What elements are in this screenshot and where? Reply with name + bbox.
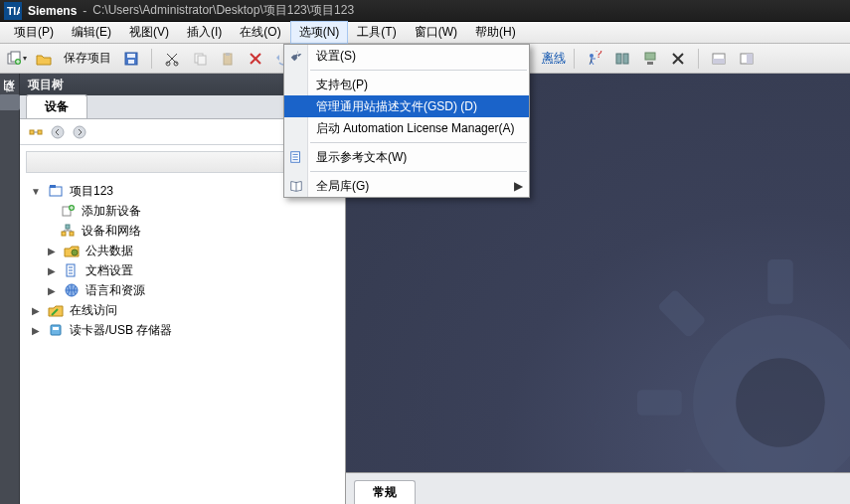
menu-tools[interactable]: 工具(T) bbox=[349, 22, 404, 43]
expand-toggle-icon[interactable]: ▼ bbox=[30, 186, 42, 197]
expand-toggle-icon[interactable]: ▶ bbox=[46, 246, 58, 256]
menu-item-start-alm[interactable]: 启动 Automation License Manager(A) bbox=[284, 117, 529, 139]
toolbar-separator bbox=[698, 49, 699, 69]
tab-devices[interactable]: 设备 bbox=[26, 94, 87, 118]
app-icon: TIA bbox=[4, 2, 22, 20]
split-horizontal-button[interactable] bbox=[707, 47, 731, 71]
menu-item-show-ref-text[interactable]: 显示参考文本(W) bbox=[284, 146, 529, 168]
save-project-label[interactable]: 保存项目 bbox=[60, 50, 115, 67]
menu-item-label: 管理通用站描述文件(GSD) (D) bbox=[316, 98, 523, 115]
menu-item-manage-gsd[interactable]: 管理通用站描述文件(GSD) (D) bbox=[284, 95, 529, 117]
blank-icon bbox=[288, 98, 304, 114]
svg-rect-22 bbox=[747, 54, 753, 64]
expand-toggle-icon[interactable]: ▶ bbox=[30, 305, 42, 316]
window-titlebar: TIA Siemens - C:\Users\Administrator\Des… bbox=[0, 0, 850, 22]
menu-separator bbox=[310, 171, 527, 172]
tree-node-online-access[interactable]: ▶ 在线访问 bbox=[26, 300, 339, 320]
submenu-arrow-icon: ▶ bbox=[513, 179, 523, 193]
menu-item-global-libraries[interactable]: 全局库(G) ▶ bbox=[284, 175, 529, 197]
menu-window[interactable]: 窗口(W) bbox=[407, 22, 465, 43]
svg-rect-17 bbox=[645, 53, 655, 60]
public-data-icon bbox=[64, 243, 80, 258]
svg-rect-20 bbox=[713, 59, 725, 64]
svg-point-36 bbox=[72, 250, 78, 255]
svg-rect-24 bbox=[30, 130, 34, 134]
tree-node-label: 读卡器/USB 存储器 bbox=[70, 322, 172, 339]
menu-item-label: 支持包(P) bbox=[316, 77, 523, 93]
tab-general[interactable]: 常规 bbox=[354, 480, 416, 504]
toolbar-separator bbox=[151, 49, 152, 69]
svg-rect-47 bbox=[657, 289, 707, 339]
expand-toggle-icon[interactable]: ▶ bbox=[46, 285, 58, 296]
svg-rect-29 bbox=[50, 187, 62, 196]
tree-node-card-reader[interactable]: ▶ 读卡器/USB 存储器 bbox=[26, 320, 339, 340]
toolbar-separator bbox=[574, 49, 575, 69]
tree-node-doc-settings[interactable]: ▶ 文档设置 bbox=[26, 260, 339, 280]
svg-rect-16 bbox=[623, 54, 628, 64]
svg-rect-49 bbox=[657, 467, 707, 472]
menu-view[interactable]: 视图(V) bbox=[121, 22, 177, 43]
menu-item-label: 启动 Automation License Manager(A) bbox=[316, 120, 523, 137]
library-icon bbox=[288, 178, 304, 194]
tree-node-label: 在线访问 bbox=[70, 302, 117, 319]
nav-back-button[interactable] bbox=[50, 124, 66, 140]
svg-rect-45 bbox=[637, 390, 682, 416]
save-button[interactable] bbox=[119, 47, 143, 71]
menu-help[interactable]: 帮助(H) bbox=[467, 22, 524, 43]
svg-rect-33 bbox=[62, 232, 66, 236]
new-project-button[interactable]: ▾ bbox=[4, 47, 28, 71]
nav-fwd-button[interactable] bbox=[72, 124, 87, 140]
delete-button[interactable] bbox=[244, 47, 267, 71]
network-view-button[interactable] bbox=[638, 47, 662, 71]
document-path: C:\Users\Administrator\Desktop\项目123\项目1… bbox=[92, 2, 354, 19]
tree-node-label: 添加新设备 bbox=[82, 203, 141, 220]
menu-options[interactable]: 选项(N) bbox=[291, 22, 348, 43]
menu-online[interactable]: 在线(O) bbox=[232, 22, 288, 43]
close-editor-button[interactable] bbox=[666, 47, 690, 71]
gear-watermark-icon bbox=[621, 244, 850, 472]
go-offline-button[interactable]: 离线 bbox=[542, 47, 566, 71]
devices-net-icon bbox=[60, 223, 76, 239]
svg-rect-40 bbox=[53, 327, 59, 330]
tree-node-label: 设备和网络 bbox=[82, 223, 141, 240]
tree-node-public-data[interactable]: ▶ 公共数据 bbox=[26, 241, 339, 260]
svg-rect-12 bbox=[226, 53, 230, 56]
device-view-button[interactable] bbox=[610, 47, 634, 71]
cut-button[interactable] bbox=[160, 47, 184, 71]
menu-insert[interactable]: 插入(I) bbox=[179, 22, 230, 43]
tree-node-label: 语言和资源 bbox=[85, 282, 145, 299]
menu-item-label: 设置(S) bbox=[316, 48, 523, 65]
project-icon bbox=[48, 183, 64, 199]
rail-tab-start[interactable]: 启动 bbox=[0, 94, 20, 110]
menu-item-settings[interactable]: 设置(S) bbox=[284, 45, 529, 67]
app-name: Siemens bbox=[28, 4, 77, 18]
rail-caret-icon[interactable]: ◂ bbox=[7, 78, 12, 88]
title-sep: - bbox=[83, 4, 86, 18]
svg-point-13 bbox=[590, 54, 594, 58]
tree-node-label: 文档设置 bbox=[85, 262, 133, 279]
tree-node-devices-networks[interactable]: 设备和网络 bbox=[26, 221, 339, 241]
open-project-button[interactable] bbox=[32, 47, 56, 71]
menu-item-support-packages[interactable]: 支持包(P) bbox=[284, 74, 529, 95]
menu-project[interactable]: 项目(P) bbox=[6, 22, 62, 43]
svg-rect-25 bbox=[38, 130, 42, 134]
tree-node-lang-res[interactable]: ▶ 语言和资源 bbox=[26, 280, 339, 300]
copy-button[interactable] bbox=[188, 47, 212, 71]
split-vertical-button[interactable] bbox=[735, 47, 759, 71]
tree-node-label: 项目123 bbox=[70, 183, 113, 200]
reference-icon bbox=[288, 149, 304, 165]
card-reader-icon bbox=[48, 322, 64, 338]
expand-toggle-icon[interactable]: ▶ bbox=[46, 265, 58, 276]
expand-toggle-icon[interactable]: ▶ bbox=[30, 325, 42, 336]
accessible-names-button[interactable]: ? bbox=[583, 47, 606, 71]
svg-rect-34 bbox=[70, 232, 74, 236]
menu-edit[interactable]: 编辑(E) bbox=[64, 22, 119, 43]
lang-res-icon bbox=[64, 282, 80, 298]
add-device-icon bbox=[60, 203, 76, 219]
paste-button[interactable] bbox=[216, 47, 240, 71]
tree-node-add-device[interactable]: 添加新设备 bbox=[26, 201, 339, 221]
network-icon[interactable] bbox=[28, 124, 44, 140]
svg-point-42 bbox=[736, 358, 825, 447]
svg-point-26 bbox=[52, 126, 64, 138]
project-tree: ▼ 项目123 添加新设备 设备和网络 ▶ bbox=[20, 145, 345, 504]
